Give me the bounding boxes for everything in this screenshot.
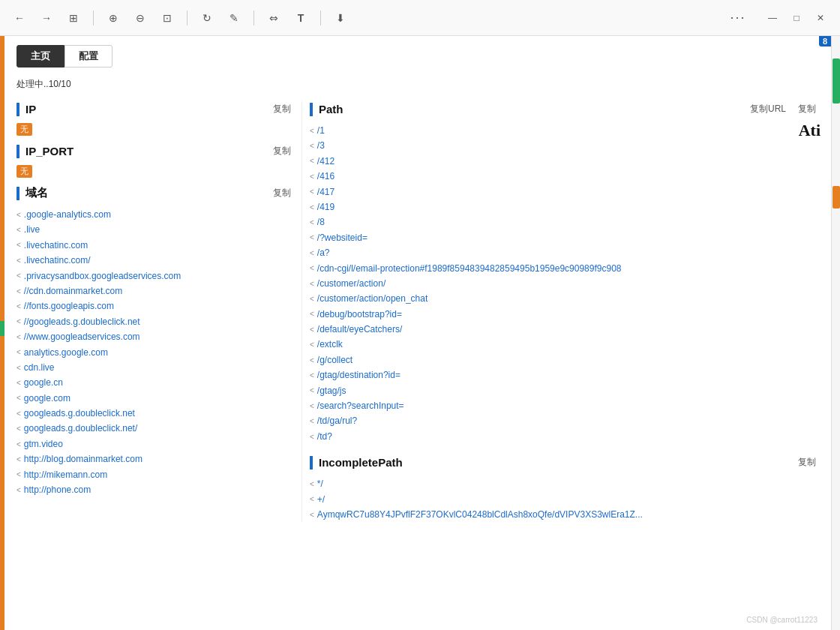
chevron-icon: <	[310, 278, 314, 290]
chevron-icon: <	[310, 292, 314, 305]
back-button[interactable]: ←	[9, 8, 30, 28]
list-item: <//fonts.googleapis.com	[16, 298, 294, 314]
incomplete-path-title: IncompletePath	[310, 456, 403, 470]
window-controls: — □ ✕	[762, 8, 831, 28]
path-copy-button[interactable]: 复制	[795, 101, 819, 117]
browser-chrome: ← → ⊞ ⊕ ⊖ ⊡ ↻ ✎ ⇔ T ⬇ ··· — □ ✕	[0, 0, 840, 36]
nav-divider4	[320, 10, 321, 26]
list-item: </1	[310, 123, 819, 138]
chevron-icon: <	[16, 422, 21, 435]
zoom-in-button[interactable]: ⊕	[103, 8, 124, 28]
list-item: <+/	[310, 492, 819, 507]
list-item: <google.com	[16, 391, 294, 406]
list-item: <//googleads.g.doubleclick.net	[16, 314, 294, 329]
mirror-button[interactable]: ⇔	[263, 8, 284, 28]
chevron-icon: <	[16, 315, 21, 328]
list-item: </416	[310, 169, 819, 184]
ip-port-badge: 无	[16, 165, 32, 178]
chevron-icon: <	[16, 468, 21, 481]
tab-bar: 主页 配置	[16, 45, 819, 68]
path-title: Path	[310, 103, 344, 116]
chevron-icon: <	[310, 384, 314, 397]
list-item: </extclk	[310, 337, 819, 352]
zoom-out-button[interactable]: ⊖	[130, 8, 151, 28]
chevron-icon: <	[310, 308, 314, 320]
nav-divider3	[254, 10, 254, 26]
domain-title: 域名	[16, 186, 48, 200]
tab-main[interactable]: 主页	[16, 45, 64, 68]
content-panel: 8 主页 配置 处理中..10/10 IP 复制 无	[4, 36, 831, 630]
tab-config[interactable]: 配置	[64, 45, 112, 68]
incomplete-path-header: IncompletePath 复制	[310, 454, 819, 470]
left-column: IP 复制 无 IP_PORT 复制 无	[16, 101, 302, 522]
ip-port-copy-button[interactable]: 复制	[270, 143, 294, 159]
scrollbar-thumb2[interactable]	[832, 186, 840, 208]
domain-copy-button[interactable]: 复制	[270, 185, 294, 201]
list-item: </td/ga/rul?	[310, 413, 819, 428]
path-section-header: Path 复制URL 复制	[310, 101, 819, 117]
text-button[interactable]: T	[290, 8, 311, 28]
fit-button[interactable]: ⊡	[157, 8, 178, 28]
domain-bar	[16, 187, 20, 200]
list-item: <//www.googleadservices.com	[16, 329, 294, 344]
incomplete-path-bar	[310, 456, 313, 470]
rotate-button[interactable]: ↻	[196, 8, 218, 28]
list-item: <http://phone.com	[16, 482, 294, 497]
list-item: </8	[310, 214, 819, 230]
chevron-icon: <	[310, 154, 314, 167]
domain-list: <.google-analytics.com <.live <.livechat…	[16, 207, 294, 497]
list-item: <cdn.live	[16, 360, 294, 375]
edit-button[interactable]: ✎	[224, 8, 244, 28]
list-item: </debug/bootstrap?id=	[310, 307, 819, 322]
chevron-icon: <	[310, 493, 314, 506]
chevron-icon: <	[16, 300, 21, 313]
two-col-layout: IP 复制 无 IP_PORT 复制 无	[16, 101, 819, 522]
list-item: </g/collect	[310, 352, 819, 368]
chevron-icon: <	[310, 185, 314, 198]
ip-port-section-header: IP_PORT 复制	[16, 143, 294, 159]
chevron-icon: <	[310, 170, 314, 183]
ip-port-bar	[16, 145, 20, 158]
nav-divider	[93, 10, 94, 26]
list-item: </gtag/destination?id=	[310, 368, 819, 382]
list-item: <google.cn	[16, 375, 294, 390]
maximize-button[interactable]: □	[786, 8, 807, 28]
chevron-icon: <	[16, 254, 21, 267]
chevron-icon: <	[310, 354, 314, 367]
ip-copy-button[interactable]: 复制	[270, 101, 294, 117]
chevron-icon: <	[310, 231, 314, 244]
more-options-button[interactable]: ···	[726, 8, 750, 28]
chevron-icon: <	[16, 285, 21, 298]
chevron-icon: <	[310, 430, 314, 443]
list-item: </search?searchInput=	[310, 398, 819, 413]
blue-badge: 8	[819, 36, 831, 46]
chevron-icon: <	[16, 238, 21, 251]
chevron-icon: <	[310, 140, 314, 152]
scrollbar-thumb[interactable]	[832, 58, 840, 104]
right-scrollbar[interactable]	[831, 36, 840, 630]
chevron-icon: <	[310, 262, 314, 274]
list-item: </419	[310, 200, 819, 214]
list-item: </td?	[310, 429, 819, 444]
incomplete-path-copy-button[interactable]: 复制	[795, 454, 819, 470]
main-area: 8 主页 配置 处理中..10/10 IP 复制 无	[0, 36, 840, 630]
path-copy-url-button[interactable]: 复制URL	[747, 101, 789, 117]
list-item: <//cdn.domainmarket.com	[16, 284, 294, 298]
close-button[interactable]: ✕	[810, 8, 831, 28]
minimize-button[interactable]: —	[762, 8, 783, 28]
chevron-icon: <	[310, 400, 314, 412]
list-item: <.google-analytics.com	[16, 207, 294, 222]
forward-button[interactable]: →	[36, 8, 57, 28]
list-item: <.live	[16, 222, 294, 237]
chevron-icon: <	[16, 208, 21, 221]
grid-button[interactable]: ⊞	[63, 8, 84, 28]
list-item: </a?	[310, 245, 819, 260]
download-button[interactable]: ⬇	[330, 8, 351, 28]
chevron-icon: <	[16, 407, 21, 420]
chevron-icon: <	[310, 508, 314, 521]
chevron-icon: <	[16, 224, 21, 236]
chevron-icon: <	[310, 338, 314, 351]
incomplete-path-section: IncompletePath 复制 <*/ <+/ <AymqwRC7u88Y4…	[310, 454, 819, 522]
ip-port-title: IP_PORT	[16, 145, 74, 158]
list-item: <.livechatinc.com/	[16, 253, 294, 268]
